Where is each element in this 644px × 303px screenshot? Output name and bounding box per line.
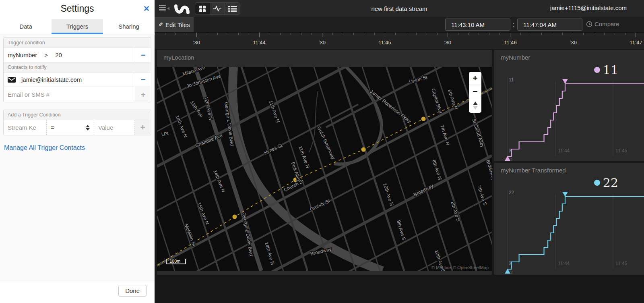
- add-condition-button[interactable]: +: [134, 120, 151, 135]
- collapse-arrow-icon: [167, 7, 169, 10]
- add-condition-row: = +: [4, 120, 151, 135]
- compass-button[interactable]: [469, 98, 481, 113]
- add-condition-card: Add a Trigger Condition = +: [3, 110, 151, 135]
- trail-point[interactable]: [233, 215, 237, 219]
- chart-tile-mynumber[interactable]: 11:4411:451131 myNumber 11: [494, 50, 644, 161]
- ruler-tick: [500, 33, 500, 35]
- ruler-tick: [238, 33, 239, 35]
- time-end-input[interactable]: [517, 19, 582, 31]
- trigger-condition-card: Trigger condition myNumber > 20 − Contac…: [3, 37, 151, 102]
- topbar: new first data stream jamie+1115@initial…: [155, 0, 644, 17]
- timeline-ruler[interactable]: :3011:44:3011:45:3011:46:3011:47: [155, 32, 644, 49]
- compare-button[interactable]: Compare: [586, 21, 619, 27]
- ruler-tick: [207, 33, 207, 35]
- ruler-time-label: 11:44: [253, 39, 266, 46]
- manage-trigger-contacts-link[interactable]: Manage All Trigger Contacts: [4, 144, 85, 152]
- trigger-condition-row: myNumber > 20 −: [4, 48, 151, 62]
- y-max-label: 11: [509, 77, 514, 83]
- done-button[interactable]: Done: [118, 285, 147, 297]
- ruler-tick: [155, 33, 155, 35]
- clock-icon: [586, 21, 592, 27]
- waveform-icon: [213, 6, 222, 12]
- step-line-series: [508, 84, 644, 156]
- tiles-grid-icon: [199, 6, 206, 12]
- ruler-tick: [448, 33, 448, 37]
- ruler-time-label: :30: [318, 39, 326, 46]
- ruler-time-label: 11:45: [378, 39, 391, 46]
- compass-up-icon: [473, 102, 478, 105]
- ruler-time-label: 11:46: [504, 39, 517, 46]
- value-cell: [94, 120, 134, 135]
- chart-tile-mynumber-transformed[interactable]: 11:4411:452232 myNumber Transformed 22: [494, 163, 644, 275]
- ruler-tick: [636, 33, 636, 37]
- add-contact-row: +: [4, 87, 151, 102]
- current-value: 22: [594, 176, 618, 190]
- waveform-view-button[interactable]: [210, 3, 225, 15]
- settings-body: Trigger condition myNumber > 20 − Contac…: [0, 34, 155, 281]
- value-input[interactable]: [94, 120, 134, 135]
- contact-row: jamie@initialstate.com −: [4, 73, 151, 87]
- ruler-time-label: 11:47: [630, 39, 642, 46]
- ruler-tick: [541, 33, 542, 35]
- ruler-tick: [217, 33, 218, 35]
- operator-value: =: [51, 124, 54, 131]
- tab-sharing[interactable]: Sharing: [103, 19, 155, 34]
- list-view-button[interactable]: [225, 3, 240, 15]
- zoom-out-button[interactable]: −: [469, 85, 481, 98]
- menu-icon[interactable]: [159, 5, 171, 12]
- map-canvas[interactable]: Milson AveJo-Johnston Ave13th Ave14th Av…: [157, 67, 492, 271]
- app-root: Settings ✕ Data Triggers Sharing Trigger…: [0, 0, 644, 303]
- user-email[interactable]: jamie+1115@initialstate.com: [550, 4, 627, 11]
- trigger-condition-label: Trigger condition: [4, 38, 151, 48]
- ruler-tick: [573, 33, 573, 37]
- value-number: 22: [603, 176, 618, 190]
- zoom-in-button[interactable]: +: [469, 72, 481, 85]
- edit-tiles-button[interactable]: ✎ Edit Tiles: [155, 17, 194, 32]
- map-tile-title: myLocation: [163, 54, 194, 61]
- ruler-tick: [249, 33, 249, 35]
- tab-triggers[interactable]: Triggers: [52, 19, 103, 34]
- value-dot-icon: [594, 67, 600, 73]
- x-tick-label: 11:44: [558, 261, 570, 266]
- chart-title: myNumber: [501, 54, 530, 61]
- settings-header: Settings ✕: [0, 0, 155, 19]
- pencil-icon: ✎: [158, 21, 163, 28]
- step-line-series: [508, 197, 644, 269]
- remove-condition-button[interactable]: −: [135, 48, 151, 62]
- ruler-tick: [520, 33, 521, 35]
- series-apex-marker: [562, 79, 568, 84]
- compare-label: Compare: [594, 21, 619, 27]
- time-start-input[interactable]: [445, 19, 510, 31]
- close-icon[interactable]: ✕: [143, 4, 150, 13]
- operator-select[interactable]: =: [47, 120, 94, 135]
- ruler-tick: [312, 33, 312, 35]
- stream-key-input[interactable]: [4, 120, 46, 135]
- add-contact-button[interactable]: +: [135, 87, 151, 102]
- tiles-view-button[interactable]: [195, 3, 210, 15]
- view-switcher: [195, 2, 240, 15]
- contacts-to-notify-label: Contacts to notify: [4, 62, 151, 73]
- ruler-tick: [385, 33, 385, 37]
- tab-data[interactable]: Data: [0, 19, 52, 34]
- chart-title: myNumber Transformed: [501, 167, 566, 174]
- initialstate-logo-icon[interactable]: [173, 2, 191, 17]
- map-scale-bar: 100m: [166, 259, 186, 264]
- select-arrows-icon: [86, 125, 90, 131]
- ruler-tick: [489, 33, 489, 35]
- map-tile: myLocation: [157, 50, 492, 275]
- contact-email: jamie@initialstate.com: [21, 76, 82, 83]
- add-contact-input[interactable]: [4, 87, 135, 102]
- ruler-tick: [196, 33, 197, 37]
- trail-point[interactable]: [361, 147, 366, 152]
- ruler-tick: [552, 33, 552, 35]
- ruler-time-label: :30: [193, 39, 200, 46]
- ruler-tick: [615, 33, 615, 35]
- ruler-tick: [562, 33, 563, 35]
- edit-tiles-label: Edit Tiles: [165, 21, 190, 28]
- trigger-condition-value[interactable]: myNumber > 20: [4, 48, 135, 62]
- settings-footer: Done: [0, 281, 155, 303]
- trail-point[interactable]: [421, 117, 426, 121]
- ruler-tick: [468, 33, 469, 35]
- remove-contact-button[interactable]: −: [135, 73, 151, 87]
- dashboard: new first data stream jamie+1115@initial…: [155, 0, 644, 303]
